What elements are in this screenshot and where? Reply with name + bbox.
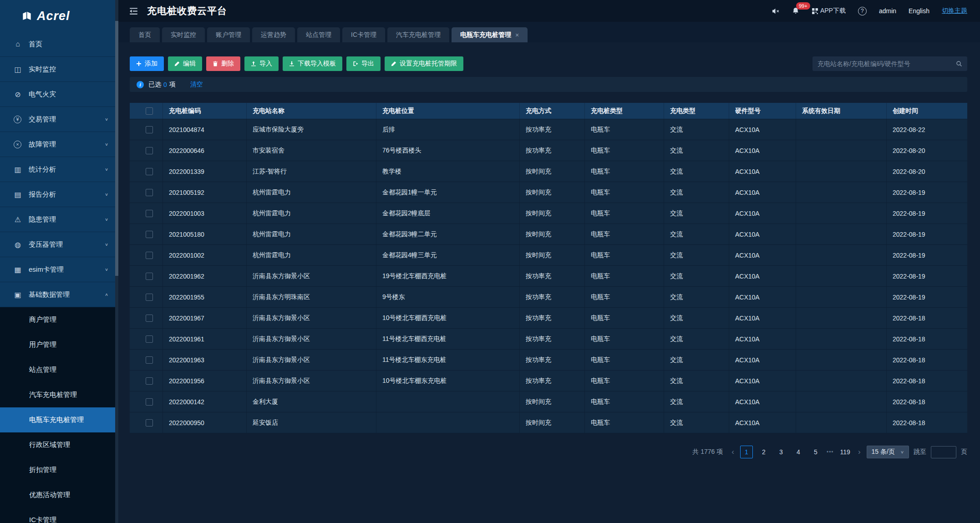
edit-button[interactable]: 编辑 xyxy=(168,56,202,71)
row-checkbox[interactable] xyxy=(146,356,153,364)
row-checkbox[interactable] xyxy=(146,335,153,343)
select-all-checkbox[interactable] xyxy=(146,107,153,115)
sidebar-subitem[interactable]: 用户管理 xyxy=(0,332,118,357)
scrollbar-thumb[interactable] xyxy=(115,21,118,276)
close-icon[interactable]: × xyxy=(515,31,519,39)
sidebar-subitem[interactable]: 商户管理 xyxy=(0,307,118,332)
sidebar-item-0[interactable]: ⌂首页 xyxy=(0,32,118,57)
app-qr-icon xyxy=(812,8,818,15)
export-button[interactable]: 导出 xyxy=(346,56,381,71)
notifications-bell[interactable]: 99+ xyxy=(792,7,799,15)
jump-page-input[interactable] xyxy=(931,446,956,458)
sidebar-item-label: 统计分析 xyxy=(29,165,56,174)
tab-5[interactable]: IC卡管理 xyxy=(342,27,385,42)
sidebar-subitem[interactable]: 折扣管理 xyxy=(0,457,118,482)
sidebar-item-3[interactable]: ¥交易管理∨ xyxy=(0,107,118,132)
sidebar-item-5[interactable]: ▥统计分析∨ xyxy=(0,157,118,182)
row-checkbox[interactable] xyxy=(146,398,153,406)
sidebar-subitem[interactable]: 汽车充电桩管理 xyxy=(0,382,118,407)
clear-selection-link[interactable]: 清空 xyxy=(190,81,203,89)
row-checkbox-cell xyxy=(130,203,162,223)
table-cell: 杭州雷霆电力 xyxy=(246,203,376,223)
main-area: 充电桩收费云平台 99+ APP下载 ? a xyxy=(118,0,980,523)
sidebar-item-10[interactable]: ▣基础数据管理∧ xyxy=(0,282,118,307)
table-cell: 沂南县东方御景小区 xyxy=(246,371,376,391)
table-cell xyxy=(376,412,519,433)
table-cell: 2021005192 xyxy=(162,182,246,203)
sidebar-subitem[interactable]: 优惠活动管理 xyxy=(0,482,118,508)
page-number[interactable]: 5 xyxy=(809,446,822,458)
search-icon[interactable] xyxy=(956,61,962,67)
tab-3[interactable]: 运营趋势 xyxy=(252,27,295,42)
page-size-select[interactable]: 15 条/页∨ xyxy=(867,446,909,458)
collapse-sidebar-icon[interactable] xyxy=(129,7,138,15)
table-cell: ACX10A xyxy=(729,182,796,203)
table-cell xyxy=(796,224,886,244)
row-checkbox[interactable] xyxy=(146,189,153,196)
table-cell: 2022001961 xyxy=(162,329,246,349)
table-cell: 电瓶车 xyxy=(584,140,664,161)
page-number[interactable]: 3 xyxy=(775,446,787,458)
sidebar-subitem[interactable]: 站点管理 xyxy=(0,357,118,382)
prev-page-icon[interactable]: ‹ xyxy=(730,447,736,457)
delete-button[interactable]: 删除 xyxy=(206,56,240,71)
sidebar-item-7[interactable]: ⚠隐患管理∨ xyxy=(0,207,118,232)
search-input[interactable] xyxy=(818,60,956,67)
page-number[interactable]: 1 xyxy=(740,446,753,458)
page-number[interactable]: 4 xyxy=(792,446,805,458)
table-cell: 2021005180 xyxy=(162,224,246,244)
row-checkbox[interactable] xyxy=(146,273,153,280)
transaction-icon: ¥ xyxy=(14,116,21,123)
sidebar-item-9[interactable]: ▦esim卡管理∨ xyxy=(0,257,118,282)
row-checkbox[interactable] xyxy=(146,210,153,217)
import-button[interactable]: 导入 xyxy=(244,56,279,71)
table-row: 2022001339江苏-智将行教学楼按时间充电瓶车交流ACX10A2022-0… xyxy=(130,161,967,182)
row-checkbox[interactable] xyxy=(146,126,153,133)
mute-icon[interactable] xyxy=(772,8,780,15)
language-switch[interactable]: English xyxy=(909,7,929,15)
next-page-icon[interactable]: › xyxy=(857,447,862,457)
table-cell: 2022-08-19 xyxy=(886,245,967,265)
table-cell xyxy=(796,140,886,161)
tab-6[interactable]: 汽车充电桩管理 xyxy=(387,27,449,42)
sidebar-item-2[interactable]: ⊘电气火灾 xyxy=(0,82,118,107)
row-checkbox[interactable] xyxy=(146,419,153,427)
sidebar-item-4[interactable]: ×故障管理∨ xyxy=(0,132,118,157)
sidebar-subitem[interactable]: IC卡管理 xyxy=(0,508,118,523)
set-trusteeship-button[interactable]: 设置充电桩托管期限 xyxy=(385,56,463,71)
column-header: 充电桩类型 xyxy=(584,103,664,119)
table-cell: 市安装宿舍 xyxy=(246,140,376,161)
page-number[interactable]: 119 xyxy=(838,446,852,458)
row-checkbox[interactable] xyxy=(146,377,153,385)
table-cell xyxy=(796,266,886,286)
app-download[interactable]: APP下载 xyxy=(812,7,846,15)
tab-1[interactable]: 实时监控 xyxy=(162,27,205,42)
row-checkbox[interactable] xyxy=(146,231,153,238)
table-cell: 2022-08-19 xyxy=(886,182,967,203)
tab-2[interactable]: 账户管理 xyxy=(207,27,250,42)
button-label: 导出 xyxy=(361,60,374,68)
row-checkbox[interactable] xyxy=(146,252,153,259)
sidebar-item-6[interactable]: ▤报告分析∨ xyxy=(0,182,118,207)
row-checkbox[interactable] xyxy=(146,168,153,175)
help-icon[interactable]: ? xyxy=(858,7,867,15)
row-checkbox[interactable] xyxy=(146,147,153,154)
row-checkbox[interactable] xyxy=(146,294,153,301)
page-number[interactable]: 2 xyxy=(757,446,770,458)
table-cell: 电瓶车 xyxy=(584,119,664,140)
sidebar-subitem[interactable]: 电瓶车充电桩管理 xyxy=(0,407,118,432)
sidebar-subitem[interactable]: 行政区域管理 xyxy=(0,432,118,457)
user-menu[interactable]: admin xyxy=(879,7,896,15)
tab-0[interactable]: 首页 xyxy=(130,27,160,42)
add-button[interactable]: 添加 xyxy=(130,56,164,71)
row-checkbox[interactable] xyxy=(146,315,153,322)
sidebar-scrollbar[interactable] xyxy=(115,0,118,523)
sidebar-item-8[interactable]: ◍变压器管理∨ xyxy=(0,232,118,257)
tab-4[interactable]: 站点管理 xyxy=(297,27,340,42)
ellipsis-icon[interactable]: ••• xyxy=(827,449,834,455)
table-cell: 2022-08-19 xyxy=(886,266,967,286)
download-template-button[interactable]: 下载导入模板 xyxy=(283,56,342,71)
sidebar-item-1[interactable]: ◫实时监控 xyxy=(0,57,118,82)
tab-7[interactable]: 电瓶车充电桩管理× xyxy=(452,27,528,42)
theme-switch-link[interactable]: 切换主题 xyxy=(942,7,967,15)
